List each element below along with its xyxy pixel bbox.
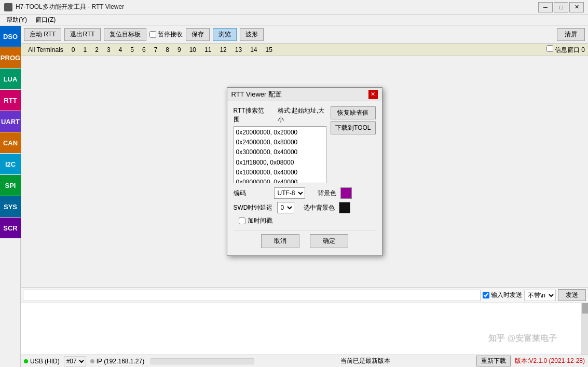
sidebar-item-prog[interactable]: PROG [0, 47, 21, 68]
modal-overlay: RTT Viewer 配置 ✕ RTT搜索范围 格式:起始地址,大小 [21, 56, 588, 287]
pause-receive-checkbox[interactable]: 暂停接收 [149, 30, 183, 39]
ip-status: IP (192.168.1.27) [90, 358, 145, 365]
watermark: 知乎 @安富莱电子 [488, 333, 557, 344]
auto-send-text: 输入时发送 [491, 291, 522, 300]
pause-receive-label: 暂停接收 [158, 30, 183, 39]
reset-target-button[interactable]: 复位目标板 [104, 28, 146, 41]
tab-0[interactable]: 0 [67, 46, 79, 54]
address-list-item[interactable]: 0x20000000, 0x20000 [235, 128, 325, 138]
menubar: 帮助(Y) 窗口(Z) [0, 15, 588, 26]
newline-select[interactable]: 不带\n [524, 290, 556, 301]
tab-1[interactable]: 1 [79, 46, 91, 54]
restore-default-button[interactable]: 恢复缺省值 [331, 106, 375, 119]
address-list-item[interactable]: 0x30000000, 0x40000 [235, 147, 325, 157]
tab-all-terminals[interactable]: All Terminals [24, 46, 67, 54]
timestamp-row: 加时间戳 [234, 216, 376, 225]
content-area: 启动 RTT 退出RTT 复位目标板 暂停接收 保存 浏览 波形 清屏 All … [21, 26, 588, 367]
info-window-label: 信息窗口 [555, 46, 580, 53]
version-label: 版本:V2.1.0 (2021-12-28) [515, 357, 585, 365]
auto-send-label[interactable]: 输入时发送 [483, 291, 522, 300]
rtt-main-area: RTT Viewer 配置 ✕ RTT搜索范围 格式:起始地址,大小 [21, 56, 588, 287]
tab-4[interactable]: 4 [115, 46, 127, 54]
address-list-item[interactable]: 0x08000000, 0x40000 [235, 178, 325, 183]
send-input[interactable] [23, 290, 481, 301]
dialog-title: RTT Viewer 配置 [231, 90, 282, 99]
cancel-button[interactable]: 取消 [261, 234, 299, 248]
sidebar: DSO PROG LUA RTT UART CAN I2C SPI SYS SC… [0, 26, 21, 367]
swd-delay-label: SWD时钟延迟 [234, 203, 273, 212]
maximize-button[interactable]: □ [554, 2, 568, 12]
tab-11[interactable]: 11 [200, 46, 215, 54]
address-list-item[interactable]: 0x10000000, 0x40000 [235, 168, 325, 178]
info-window-checkbox-label[interactable]: 信息窗口 [546, 45, 580, 55]
address-list[interactable]: 0x20000000, 0x200000x24000000, 0x800000x… [234, 126, 327, 183]
sidebar-item-sys[interactable]: SYS [0, 196, 21, 217]
clear-screen-button[interactable]: 清屏 [557, 28, 585, 41]
search-range-row: RTT搜索范围 格式:起始地址,大小 0x20000000, 0x200000x… [234, 106, 376, 183]
titlebar-left: H7-TOOL多功能开发工具 - RTT Viewer [4, 3, 124, 11]
sidebar-item-spi[interactable]: SPI [0, 175, 21, 196]
dialog-footer: 取消 确定 [234, 230, 376, 250]
tab-2[interactable]: 2 [91, 46, 103, 54]
input-area: 输入时发送 不带\n 发送 [21, 287, 588, 303]
save-button[interactable]: 保存 [186, 28, 210, 41]
ip-label: IP (192.168.1.27) [97, 358, 145, 365]
tab-7[interactable]: 7 [150, 46, 162, 54]
start-rtt-button[interactable]: 启动 RTT [24, 28, 61, 41]
info-window-container: 信息窗口 0 [546, 45, 585, 55]
waveform-button[interactable]: 波形 [240, 28, 264, 41]
browse-button[interactable]: 浏览 [213, 28, 237, 41]
main-layout: DSO PROG LUA RTT UART CAN I2C SPI SYS SC… [0, 26, 588, 367]
pause-receive-input[interactable] [149, 31, 156, 38]
menu-help[interactable]: 帮助(Y) [2, 15, 31, 25]
info-count: 0 [581, 46, 585, 53]
window-title: H7-TOOL多功能开发工具 - RTT Viewer [16, 3, 124, 11]
swd-delay-select[interactable]: 0 1 2 3 [277, 202, 294, 213]
sidebar-item-uart[interactable]: UART [0, 111, 21, 132]
exit-rtt-button[interactable]: 退出RTT [64, 28, 100, 41]
tab-3[interactable]: 3 [103, 46, 115, 54]
tab-10[interactable]: 10 [185, 46, 200, 54]
timestamp-label: 加时间戳 [248, 216, 272, 225]
side-buttons: 恢复缺省值 下载到TOOL [331, 106, 375, 134]
tab-13[interactable]: 13 [231, 46, 246, 54]
sidebar-item-can[interactable]: CAN [0, 132, 21, 153]
minimize-button[interactable]: ─ [538, 2, 553, 12]
swd-row: SWD时钟延迟 0 1 2 3 选中背景色 [234, 202, 376, 213]
dialog-close-button[interactable]: ✕ [368, 90, 378, 99]
sidebar-item-i2c[interactable]: I2C [0, 154, 21, 174]
sidebar-item-rtt[interactable]: RTT [0, 90, 21, 111]
timestamp-checkbox[interactable] [239, 218, 245, 224]
info-window-checkbox[interactable] [546, 45, 553, 52]
format-label: 格式:起始地址,大小 [278, 106, 326, 124]
search-range-section: RTT搜索范围 格式:起始地址,大小 0x20000000, 0x200000x… [234, 106, 327, 183]
sidebar-item-lua[interactable]: LUA [0, 69, 21, 89]
channel-select[interactable]: #07 [64, 356, 86, 366]
tab-15[interactable]: 15 [261, 46, 276, 54]
tabs-bar: All Terminals 0 1 2 3 4 5 6 7 8 9 10 11 … [21, 44, 588, 56]
send-button[interactable]: 发送 [558, 289, 586, 301]
tab-12[interactable]: 12 [215, 46, 230, 54]
log-scrollbar[interactable] [581, 303, 588, 355]
tab-14[interactable]: 14 [246, 46, 261, 54]
tab-6[interactable]: 6 [138, 46, 150, 54]
sidebar-item-scr[interactable]: SCR [0, 218, 21, 238]
confirm-button[interactable]: 确定 [310, 234, 348, 248]
address-list-item[interactable]: 0x1ff18000, 0x08000 [235, 158, 325, 168]
tab-8[interactable]: 8 [161, 46, 173, 54]
menu-window[interactable]: 窗口(Z) [31, 15, 60, 25]
bg-color-swatch[interactable] [340, 187, 352, 199]
close-button[interactable]: ✕ [569, 2, 584, 12]
tab-5[interactable]: 5 [126, 46, 138, 54]
app-icon [4, 3, 12, 11]
sel-bg-color-swatch[interactable] [339, 202, 350, 213]
tab-9[interactable]: 9 [173, 46, 185, 54]
auto-send-checkbox[interactable] [483, 292, 489, 298]
address-list-item[interactable]: 0x24000000, 0x80000 [235, 138, 325, 147]
dialog-body: RTT搜索范围 格式:起始地址,大小 0x20000000, 0x200000x… [227, 101, 382, 255]
progress-bar [151, 358, 254, 364]
redownload-button[interactable]: 重新下载 [476, 356, 511, 366]
download-tool-button[interactable]: 下载到TOOL [331, 121, 375, 134]
encoding-select[interactable]: UTF-8 GBK ASCII [274, 187, 305, 199]
sidebar-item-dso[interactable]: DSO [0, 26, 21, 47]
